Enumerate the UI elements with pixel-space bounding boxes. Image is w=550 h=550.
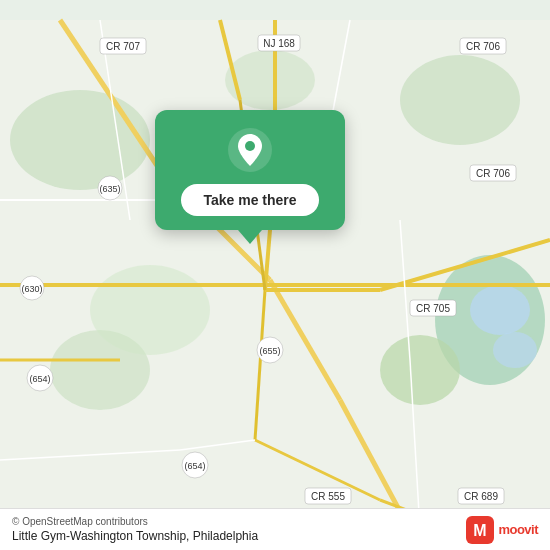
- map-svg: CR 707 NJ 168 CR 706 CR 706 (635) (630) …: [0, 0, 550, 550]
- svg-text:NJ 168: NJ 168: [263, 38, 295, 49]
- moovit-bus-icon: M: [466, 516, 494, 544]
- svg-point-8: [470, 285, 530, 335]
- svg-point-1: [10, 90, 150, 190]
- svg-point-7: [90, 265, 210, 355]
- map-container: CR 707 NJ 168 CR 706 CR 706 (635) (630) …: [0, 0, 550, 550]
- svg-text:(655): (655): [259, 346, 280, 356]
- moovit-logo: M moovit: [466, 516, 538, 544]
- svg-text:M: M: [474, 522, 487, 539]
- svg-text:CR 705: CR 705: [416, 303, 450, 314]
- svg-text:CR 707: CR 707: [106, 41, 140, 52]
- svg-text:(635): (635): [99, 184, 120, 194]
- location-popup: Take me there: [155, 110, 345, 230]
- svg-point-6: [225, 50, 315, 110]
- svg-text:CR 706: CR 706: [476, 168, 510, 179]
- moovit-brand-text: moovit: [498, 522, 538, 537]
- svg-point-9: [493, 332, 537, 368]
- take-me-there-button[interactable]: Take me there: [181, 184, 318, 216]
- svg-text:CR 706: CR 706: [466, 41, 500, 52]
- location-pin-icon: [228, 128, 272, 172]
- location-name: Little Gym-Washington Township, Philadel…: [12, 529, 466, 543]
- bottom-bar: © OpenStreetMap contributors Little Gym-…: [0, 508, 550, 550]
- osm-attribution: © OpenStreetMap contributors: [12, 516, 466, 527]
- svg-text:(630): (630): [21, 284, 42, 294]
- svg-text:(654): (654): [184, 461, 205, 471]
- svg-point-2: [400, 55, 520, 145]
- svg-text:(654): (654): [29, 374, 50, 384]
- svg-point-59: [245, 141, 255, 151]
- svg-text:CR 689: CR 689: [464, 491, 498, 502]
- svg-point-4: [380, 335, 460, 405]
- svg-text:CR 555: CR 555: [311, 491, 345, 502]
